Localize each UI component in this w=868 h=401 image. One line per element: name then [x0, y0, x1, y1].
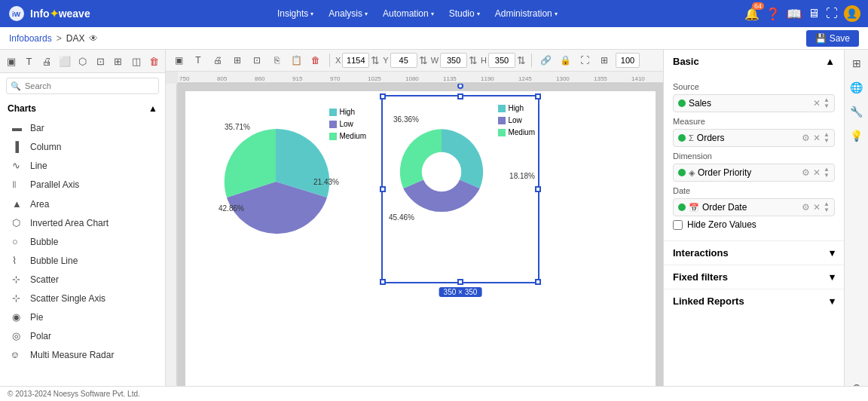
w-input[interactable]	[440, 53, 467, 68]
far-icon-3[interactable]: 🔧	[848, 103, 866, 121]
tool-widget4[interactable]: ⊞	[110, 53, 127, 69]
nav-studio[interactable]: Studio ▾	[443, 5, 486, 22]
date-close-icon[interactable]: ✕	[813, 202, 821, 213]
measure-settings-icon[interactable]: ⚙	[802, 133, 810, 143]
source-stepper[interactable]: ▲ ▼	[824, 97, 830, 109]
toolbar-copy[interactable]: ⎘	[268, 52, 285, 69]
parallel-chart-icon: ⫴	[12, 179, 24, 191]
rotate-handle[interactable]	[457, 84, 463, 89]
fullscreen-icon[interactable]: ⛶	[576, 52, 593, 69]
measure-field[interactable]: Σ Orders ⚙ ✕ ▲ ▼	[673, 129, 835, 147]
far-icon-4[interactable]: 💡	[848, 127, 866, 145]
right-panel: Basic ▲ Source Sales ✕ ▲ ▼ Measure Σ	[663, 50, 844, 401]
source-close-icon[interactable]: ✕	[813, 98, 821, 109]
measure-stepper[interactable]: ▲ ▼	[824, 132, 830, 144]
charts-section-header[interactable]: Charts ▲	[0, 99, 165, 118]
nav-insights[interactable]: Insights ▾	[271, 5, 319, 22]
toolbar-select[interactable]: ▣	[170, 52, 187, 69]
far-icon-2[interactable]: 🌐	[848, 78, 866, 96]
fixed-filters-header[interactable]: Fixed filters ▾	[664, 265, 844, 289]
link-icon[interactable]: 🔗	[537, 52, 554, 69]
date-field[interactable]: 📅 Order Date ⚙ ✕ ▲ ▼	[673, 198, 835, 216]
chart-item-bubble[interactable]: ○ Bubble	[0, 232, 165, 251]
handle-bc[interactable]	[457, 279, 463, 285]
handle-tr[interactable]	[535, 93, 541, 99]
chart-item-area[interactable]: ▲ Area	[0, 194, 165, 213]
view-icon[interactable]: 👁	[89, 33, 98, 44]
y-stepper[interactable]: ⇅	[419, 54, 428, 66]
chart-item-pie[interactable]: ◉ Pie	[0, 308, 165, 326]
date-stepper[interactable]: ▲ ▼	[824, 201, 830, 213]
far-icon-1[interactable]: ⊞	[848, 54, 866, 72]
toolbar-grid[interactable]: ⊞	[229, 52, 246, 69]
dimension-settings-icon[interactable]: ⚙	[802, 167, 810, 178]
interactions-header[interactable]: Interactions ▾	[664, 241, 844, 265]
chart-item-bubble-line[interactable]: ⌇ Bubble Line	[0, 251, 165, 270]
left-pie-chart[interactable]: High Low Medium	[215, 106, 366, 272]
dimension-stepper[interactable]: ▲ ▼	[824, 167, 830, 179]
toolbar-table[interactable]: ⊡	[249, 52, 265, 69]
tool-widget2[interactable]: ⬡	[75, 53, 91, 69]
app-logo[interactable]: iW Info✦weave	[8, 5, 90, 23]
chart-item-radar[interactable]: ⎊ Multi Measure Radar	[0, 345, 165, 364]
y-coord: Y ⇅	[383, 53, 427, 68]
tool-text[interactable]: T	[21, 53, 38, 69]
separator2	[531, 54, 532, 67]
toolbar-text[interactable]: T	[190, 52, 206, 69]
toolbar-print[interactable]: 🖨	[209, 52, 226, 69]
handle-br[interactable]	[535, 279, 541, 285]
source-field[interactable]: Sales ✕ ▲ ▼	[673, 94, 835, 112]
chart-item-scatter[interactable]: ⊹ Scatter	[0, 270, 165, 289]
settings-icon[interactable]: ⊞	[596, 52, 613, 69]
chart-item-bar[interactable]: ▬ Bar	[0, 118, 165, 137]
tool-print[interactable]: 🖨	[38, 53, 55, 69]
docs-icon[interactable]: 📖	[787, 7, 802, 21]
w-stepper[interactable]: ⇅	[469, 54, 478, 66]
right-donut-chart-container[interactable]: 350 × 350 High Low Medium	[381, 95, 539, 283]
dimension-close-icon[interactable]: ✕	[813, 167, 821, 178]
y-input[interactable]	[390, 53, 417, 68]
nav-automation[interactable]: Automation ▾	[377, 5, 440, 22]
nav-administration[interactable]: Administration ▾	[489, 5, 564, 22]
notification-icon[interactable]: 🔔 64	[744, 7, 760, 21]
handle-bl[interactable]	[380, 279, 386, 285]
search-input[interactable]	[6, 78, 159, 94]
dimension-field[interactable]: ◈ Order Priority ⚙ ✕ ▲ ▼	[673, 164, 835, 182]
breadcrumb-infoboards[interactable]: Infoboards	[9, 33, 52, 44]
chart-item-column[interactable]: ▐ Column	[0, 137, 165, 156]
zoom-input[interactable]	[616, 53, 640, 68]
help-icon[interactable]: ❓	[766, 7, 781, 21]
h-input[interactable]	[488, 53, 515, 68]
user-icon[interactable]: 👤	[844, 5, 860, 22]
toolbar-paste[interactable]: 📋	[288, 52, 304, 69]
date-settings-icon[interactable]: ⚙	[802, 202, 810, 213]
measure-close-icon[interactable]: ✕	[813, 133, 821, 143]
handle-mr[interactable]	[535, 186, 541, 192]
tool-delete[interactable]: 🗑	[145, 53, 162, 69]
chart-item-polar[interactable]: ◎ Polar	[0, 326, 165, 345]
tool-widget5[interactable]: ◫	[128, 53, 145, 69]
chart-item-inverted-area[interactable]: ⬡ Inverted Area Chart	[0, 213, 165, 232]
handle-tl[interactable]	[380, 93, 386, 99]
tool-widget3[interactable]: ⊡	[92, 53, 108, 69]
toolbar-delete[interactable]: 🗑	[307, 52, 324, 69]
chart-item-scatter-single[interactable]: ⊹ Scatter Single Axis	[0, 289, 165, 308]
hide-zero-checkbox[interactable]	[673, 220, 683, 230]
chart-item-parallel[interactable]: ⫴ Parallel Axis	[0, 175, 165, 194]
monitor-icon[interactable]: 🖥	[808, 7, 820, 20]
canvas-workspace[interactable]: High Low Medium	[178, 84, 663, 401]
x-stepper[interactable]: ⇅	[371, 54, 380, 66]
basic-header[interactable]: Basic ▲	[664, 50, 844, 73]
chart-item-line[interactable]: ∿ Line	[0, 156, 165, 175]
x-input[interactable]	[342, 53, 369, 68]
linked-reports-header[interactable]: Linked Reports ▾	[664, 289, 844, 313]
lock-icon[interactable]: 🔒	[557, 52, 573, 69]
h-stepper[interactable]: ⇅	[517, 54, 526, 66]
handle-tc[interactable]	[457, 93, 463, 99]
expand-icon[interactable]: ⛶	[826, 7, 838, 20]
nav-analysis[interactable]: Analysis ▾	[322, 5, 374, 22]
handle-ml[interactable]	[380, 186, 386, 192]
tool-widget1[interactable]: ⬜	[57, 53, 73, 69]
save-button[interactable]: 💾 Save	[806, 30, 859, 47]
tool-select[interactable]: ▣	[3, 53, 20, 69]
